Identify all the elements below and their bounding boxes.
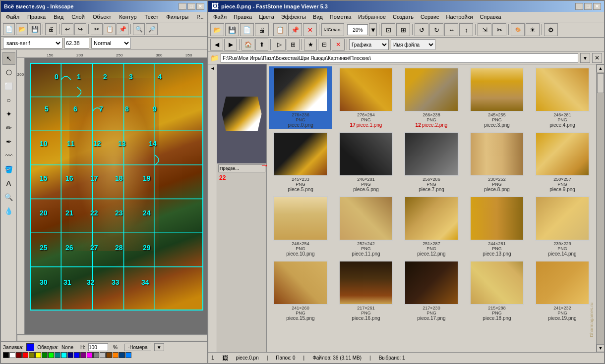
thumb-piece6[interactable]: 246×281 PNG piece.6.png xyxy=(334,131,398,193)
fs-up-btn[interactable]: ⬆ xyxy=(255,39,268,51)
inkscape-minimize-button[interactable]: _ xyxy=(179,3,186,10)
thumb-piece9[interactable]: 250×257 PNG piece.9.png xyxy=(531,131,594,193)
fs-menu-edit[interactable]: Правка xyxy=(231,13,255,21)
fs-menu-mark[interactable]: Пометка xyxy=(327,13,355,21)
palette-fuchsia[interactable] xyxy=(87,352,93,358)
fs-panel-collapse[interactable]: ◄ xyxy=(210,64,215,72)
palette-purple[interactable] xyxy=(80,352,86,358)
fs-home-btn[interactable]: 🏠 xyxy=(242,39,254,51)
name-button[interactable]: -Номера xyxy=(124,344,151,351)
fs-open-btn[interactable]: 📂 xyxy=(210,23,224,36)
fs-menu-service[interactable]: Сервис xyxy=(418,13,442,21)
palette-yellow[interactable] xyxy=(35,352,41,358)
fs-menu-effects[interactable]: Эффекты xyxy=(278,13,309,21)
pencil-tool[interactable]: ✏ xyxy=(2,121,15,134)
palette-white[interactable] xyxy=(9,352,15,358)
canvas-viewport[interactable]: 0 1 2 3 4 5 6 7 8 9 10 11 12 13 xyxy=(25,58,207,334)
thumb-piece19[interactable]: 241×232 PNG piece.19.png xyxy=(531,260,594,322)
inkscape-scrollbar-h[interactable] xyxy=(17,334,207,341)
print-button[interactable]: 🖨 xyxy=(45,23,57,35)
fs-settings-btn[interactable]: ⚙ xyxy=(544,23,558,36)
thumbnail-grid-area[interactable]: 276×236 PNG piece.0.png 276×284 PNG 17 p… xyxy=(267,64,596,352)
fs-save-btn[interactable]: 💾 xyxy=(225,23,239,36)
zoom-in-button[interactable]: 🔍 xyxy=(133,23,145,35)
fs-mark-btn[interactable]: ★ xyxy=(304,39,317,51)
open-button[interactable]: 📂 xyxy=(16,23,28,35)
fs-compare-btn[interactable]: ⊟ xyxy=(318,39,331,51)
fs-print-btn[interactable]: 🖨 xyxy=(255,23,269,36)
scrollbar-track[interactable] xyxy=(597,72,604,344)
save-button[interactable]: 💾 xyxy=(29,23,41,35)
fs-save-as-btn[interactable]: 📄 xyxy=(240,23,254,36)
undo-button[interactable]: ↩ xyxy=(61,23,73,35)
fs-fit-btn[interactable]: ⊡ xyxy=(381,23,395,36)
star-tool[interactable]: ✦ xyxy=(2,107,15,120)
palette-cyan[interactable] xyxy=(61,352,67,358)
fs-nav-back[interactable]: ◀ xyxy=(210,39,223,51)
path-dropdown-btn[interactable]: ▼ xyxy=(580,53,590,63)
fs-menu-view[interactable]: Вид xyxy=(310,13,326,21)
thumb-piece13[interactable]: 244×281 PNG piece.13.png xyxy=(465,195,529,258)
font-size-input[interactable] xyxy=(64,38,89,49)
menu-text[interactable]: Текст xyxy=(142,13,162,21)
new-button[interactable]: 📄 xyxy=(3,23,15,35)
thumb-piece11[interactable]: 252×242 PNG piece.11.png xyxy=(334,195,398,258)
fs-flip-v-btn[interactable]: ↕ xyxy=(459,23,473,36)
fs-color-btn[interactable]: 🎨 xyxy=(511,23,525,36)
dropper-tool[interactable]: 💧 xyxy=(2,205,15,217)
fs-slideshow-btn[interactable]: ▷ xyxy=(273,39,286,51)
menu-file[interactable]: Файл xyxy=(3,13,22,21)
fs-nav-forward[interactable]: ▶ xyxy=(224,39,237,51)
pen-tool[interactable]: ✒ xyxy=(2,135,15,148)
canvas-container[interactable]: 200 xyxy=(17,58,207,334)
fs-name-select[interactable]: Имя файла xyxy=(391,39,435,50)
faststone-minimize-button[interactable]: _ xyxy=(575,3,583,10)
font-style-select[interactable]: Normal xyxy=(91,38,131,49)
thumb-piece1[interactable]: 276×284 PNG 17 piece.1.png xyxy=(334,66,398,129)
menu-path[interactable]: Контур xyxy=(116,13,139,21)
fs-menu-help[interactable]: Справка xyxy=(477,13,504,21)
palette-red[interactable] xyxy=(22,352,28,358)
fs-resize-btn[interactable]: ⇲ xyxy=(478,23,491,36)
palette-brown[interactable] xyxy=(106,352,112,358)
palette-olive[interactable] xyxy=(29,352,35,358)
fs-rotate-r-btn[interactable]: ↻ xyxy=(429,23,443,36)
fs-delete-nav-btn[interactable]: ✕ xyxy=(332,39,345,51)
smooth-checkbox[interactable]: ☑ xyxy=(324,27,328,32)
ellipse-tool[interactable]: ○ xyxy=(2,94,15,106)
palette-blue[interactable] xyxy=(74,352,80,358)
text-tool[interactable]: A xyxy=(2,177,15,190)
fs-sort-select[interactable]: Графика xyxy=(349,39,389,50)
fs-thumb-btn[interactable]: ⊞ xyxy=(287,39,300,51)
font-family-select[interactable]: sans-serif xyxy=(3,38,62,49)
thumb-piece18[interactable]: 215×288 PNG piece.18.png xyxy=(465,260,529,322)
menu-filters[interactable]: Фильтры xyxy=(163,13,191,21)
thumb-piece14[interactable]: 239×229 PNG piece.14.png xyxy=(531,195,594,258)
fill-tool[interactable]: 🪣 xyxy=(2,163,15,176)
path-clear-btn[interactable]: ✕ xyxy=(592,53,602,63)
scrollbar-thumb[interactable] xyxy=(597,73,604,93)
fs-flip-h-btn[interactable]: ↔ xyxy=(444,23,458,36)
palette-teal[interactable] xyxy=(55,352,60,358)
path-input[interactable] xyxy=(221,53,578,63)
node-tool[interactable]: ⬡ xyxy=(2,66,15,79)
fs-scrollbar-vertical[interactable]: ▲ ▼ xyxy=(596,64,604,352)
thumb-piece0[interactable]: 276×236 PNG piece.0.png xyxy=(269,66,332,129)
zoom-tool[interactable]: 🔍 xyxy=(2,191,15,204)
scrollbar-down-btn[interactable]: ▼ xyxy=(597,344,604,352)
menu-view[interactable]: Вид xyxy=(51,13,66,21)
palette-light-blue[interactable] xyxy=(125,352,131,358)
cut-button[interactable]: ✂ xyxy=(91,23,103,35)
menu-object[interactable]: Объект xyxy=(90,13,114,21)
copy-button[interactable]: 📋 xyxy=(104,23,116,35)
select-tool[interactable]: ↖ xyxy=(2,52,15,65)
zoom-out-button[interactable]: 🔎 xyxy=(146,23,158,35)
fs-menu-settings[interactable]: Настройки xyxy=(443,13,476,21)
palette-lime[interactable] xyxy=(48,352,54,358)
faststone-close-button[interactable]: ✕ xyxy=(593,3,601,10)
fs-delete-btn[interactable]: ✕ xyxy=(303,23,317,36)
faststone-maximize-button[interactable]: □ xyxy=(584,3,592,10)
inkscape-close-button[interactable]: ✕ xyxy=(196,3,204,10)
fs-menu-create[interactable]: Создать xyxy=(390,13,417,21)
thumb-piece12[interactable]: 251×287 PNG piece.12.png xyxy=(400,195,463,258)
